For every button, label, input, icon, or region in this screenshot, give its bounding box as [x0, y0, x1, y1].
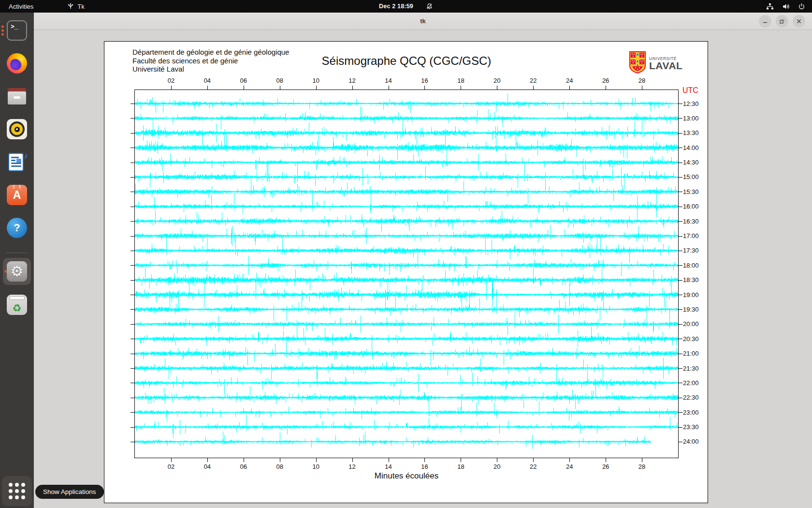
- dock-separator: [6, 253, 28, 253]
- x-tick-label-top: 04: [204, 77, 211, 84]
- utc-tick-label: 14:30: [683, 159, 699, 166]
- x-tick-label-top: 20: [493, 77, 500, 84]
- row-tick-left: [130, 427, 134, 428]
- x-tick-bottom: [207, 458, 208, 462]
- dock-item-settings[interactable]: ⚙: [3, 258, 31, 285]
- row-tick-right: [679, 118, 682, 119]
- show-applications-button[interactable]: [2, 476, 32, 506]
- x-tick-top: [606, 86, 606, 90]
- x-tick-label-bottom: 08: [276, 463, 283, 470]
- trash-icon: ♻: [7, 295, 27, 315]
- x-tick-bottom: [280, 458, 280, 462]
- row-tick-right: [679, 207, 682, 207]
- universite-laval-logo: UNIVERSITÉ LAVAL: [629, 51, 682, 75]
- utc-tick-label: 20:30: [683, 335, 699, 343]
- x-tick-label-top: 16: [421, 77, 428, 84]
- tk-app-indicator[interactable]: Tk: [67, 3, 84, 10]
- x-tick-bottom: [171, 458, 172, 462]
- dock-item-terminal[interactable]: >_: [0, 20, 34, 41]
- x-tick-label-top: 12: [348, 77, 355, 84]
- window-title: tk: [420, 17, 426, 25]
- utc-axis-label: UTC: [682, 86, 698, 95]
- row-tick-right: [679, 265, 682, 266]
- x-tick-top: [389, 86, 389, 90]
- x-tick-label-top: 14: [385, 77, 392, 84]
- rhythmbox-icon: [7, 119, 27, 139]
- x-tick-label-bottom: 18: [457, 463, 464, 470]
- seismograph-panel: Département de géologie et de génie géol…: [104, 41, 708, 503]
- x-tick-bottom: [642, 458, 642, 462]
- x-tick-label-bottom: 20: [493, 463, 500, 470]
- terminal-icon: >_: [7, 20, 27, 41]
- x-tick-top: [280, 86, 280, 90]
- utc-tick-label: 24:00: [683, 438, 699, 445]
- row-tick-left: [130, 251, 134, 251]
- seismogram-plot: [134, 90, 679, 458]
- x-tick-label-bottom: 02: [168, 463, 174, 470]
- row-tick-right: [679, 251, 682, 251]
- row-tick-left: [130, 383, 134, 383]
- x-tick-label-bottom: 12: [348, 463, 355, 470]
- x-tick-top: [497, 86, 497, 90]
- clock-menu[interactable]: Dec 2 18:59: [379, 3, 433, 10]
- utc-tick-label: 23:00: [683, 409, 699, 416]
- row-tick-left: [130, 339, 134, 339]
- dock-item-rhythmbox[interactable]: [0, 119, 34, 139]
- firefox-icon: [7, 53, 27, 74]
- row-tick-left: [130, 104, 134, 104]
- row-tick-right: [679, 427, 682, 428]
- row-tick-right: [679, 354, 682, 354]
- activities-button[interactable]: Activities: [0, 0, 42, 13]
- utc-tick-label: 21:00: [683, 350, 699, 357]
- dock-item-ubuntu-software[interactable]: A: [0, 185, 34, 205]
- window-titlebar[interactable]: tk: [34, 13, 812, 30]
- dock-item-help[interactable]: ?: [0, 218, 34, 238]
- dock-item-trash[interactable]: ♻: [0, 295, 34, 315]
- row-tick-right: [679, 368, 682, 369]
- row-tick-left: [130, 207, 134, 207]
- x-tick-bottom: [244, 458, 244, 462]
- row-tick-right: [679, 398, 682, 398]
- x-tick-label-top: 22: [530, 77, 536, 84]
- row-tick-left: [130, 192, 134, 192]
- logo-line2: LAVAL: [649, 61, 682, 71]
- row-tick-left: [130, 398, 134, 398]
- utc-tick-label: 18:00: [683, 262, 699, 269]
- x-tick-bottom: [316, 458, 317, 462]
- minimize-button[interactable]: [759, 15, 771, 28]
- row-tick-right: [679, 324, 682, 325]
- row-tick-left: [130, 295, 134, 295]
- x-tick-label-bottom: 06: [240, 463, 247, 470]
- maximize-button[interactable]: [776, 15, 788, 28]
- dock-item-libreoffice-writer[interactable]: [0, 152, 34, 172]
- utc-tick-label: 15:00: [683, 173, 699, 180]
- dock-item-files[interactable]: [0, 86, 34, 106]
- x-axis-title: Minutes écoulées: [104, 471, 709, 481]
- row-tick-left: [130, 118, 134, 119]
- top-bar: Activities Tk Dec 2 18:59: [0, 0, 812, 13]
- dock-item-firefox[interactable]: [0, 53, 34, 74]
- utc-tick-label: 19:30: [683, 306, 699, 313]
- utc-tick-label: 21:30: [683, 365, 699, 372]
- x-tick-label-bottom: 24: [566, 463, 573, 470]
- utc-tick-label: 12:30: [683, 100, 699, 107]
- x-tick-label-bottom: 04: [204, 463, 211, 470]
- utc-tick-label: 17:30: [683, 247, 699, 254]
- row-tick-right: [679, 221, 682, 222]
- volume-icon: [782, 3, 790, 10]
- row-tick-right: [679, 309, 682, 310]
- x-tick-bottom: [606, 458, 606, 462]
- row-tick-left: [130, 280, 134, 281]
- close-button[interactable]: [793, 15, 805, 28]
- x-tick-label-top: 28: [638, 77, 645, 84]
- x-tick-label-bottom: 10: [312, 463, 319, 470]
- x-tick-label-top: 06: [240, 77, 247, 84]
- x-tick-bottom: [424, 458, 425, 462]
- row-tick-left: [130, 221, 134, 222]
- system-status-area[interactable]: [766, 3, 805, 10]
- utc-tick-label: 19:00: [683, 291, 699, 299]
- seismograph-title: Séismographe QCQ (CGC/GSC): [104, 54, 709, 68]
- x-tick-label-top: 02: [168, 77, 174, 84]
- dock: >_A?⚙♻: [0, 13, 34, 508]
- row-tick-right: [679, 339, 682, 339]
